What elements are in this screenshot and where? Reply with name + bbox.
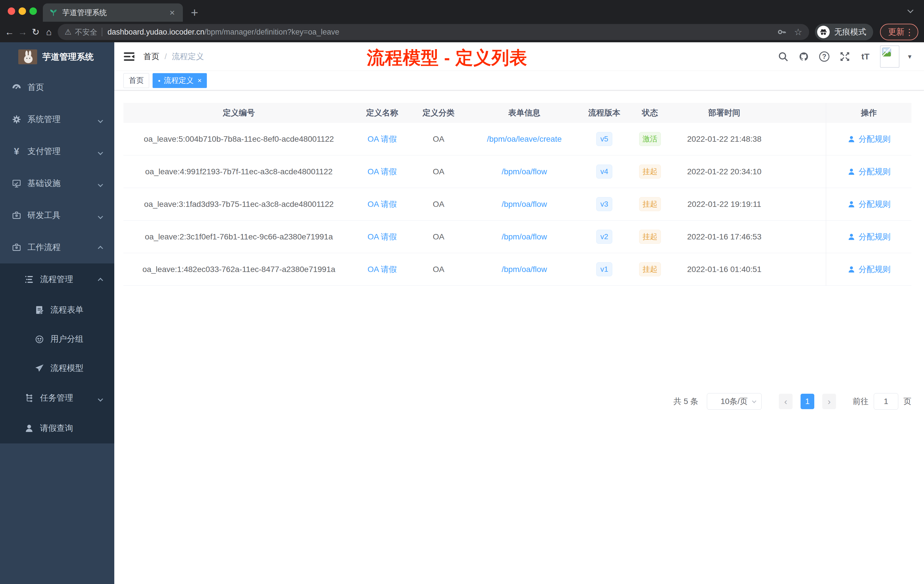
sidebar-item-infra[interactable]: 基础设施 <box>0 167 114 200</box>
cell-version: v5 <box>581 132 627 146</box>
app-frame: 芋道管理系统 首页 系统管理 ¥ 支付管理 <box>0 42 924 584</box>
tab-search-chevron-icon[interactable] <box>908 8 912 13</box>
definition-table: 定义编号 定义名称 定义分类 表单信息 流程版本 状态 部署时间 操作 oa_l… <box>124 103 911 286</box>
window-close-button[interactable] <box>8 7 15 15</box>
chevron-up-icon <box>99 275 102 284</box>
fullscreen-icon[interactable] <box>839 51 851 63</box>
tag-close-icon[interactable]: × <box>198 77 201 84</box>
sidebar-item-workflow[interactable]: 工作流程 <box>0 231 114 264</box>
password-key-icon[interactable] <box>777 27 787 37</box>
cell-form-link[interactable]: /bpm/oa/leave/create <box>467 135 581 144</box>
sidebar-item-leave-query[interactable]: 请假查询 <box>0 413 114 444</box>
sidebar-item-devtools[interactable]: 研发工具 <box>0 200 114 231</box>
prev-page-button[interactable]: ‹ <box>779 394 792 409</box>
table-header-row: 定义编号 定义名称 定义分类 表单信息 流程版本 状态 部署时间 操作 <box>124 103 911 123</box>
sidebar-item-user-group[interactable]: 用户分组 <box>0 325 114 354</box>
assign-rule-button[interactable]: 分配规则 <box>847 264 891 275</box>
assign-rule-button[interactable]: 分配规则 <box>847 134 891 145</box>
search-icon[interactable] <box>777 51 789 63</box>
tag-home[interactable]: 首页 <box>124 73 149 88</box>
url-text[interactable]: dashboard.yudao.iocoder.cn/bpm/manager/d… <box>107 28 777 36</box>
pagination-total: 共 5 条 <box>673 396 698 407</box>
sidebar-item-label: 用户分组 <box>50 333 83 345</box>
page-number-button[interactable]: 1 <box>800 394 814 409</box>
cell-deploy-time: 2022-01-22 21:48:38 <box>673 135 776 144</box>
cell-definition-name-link[interactable]: OA 请假 <box>354 199 410 210</box>
new-tab-button[interactable]: + <box>191 4 198 21</box>
sidebar-item-label: 任务管理 <box>40 392 73 404</box>
page-size-select[interactable]: 10条/页 <box>707 393 762 410</box>
sidebar: 芋道管理系统 首页 系统管理 ¥ 支付管理 <box>0 42 114 584</box>
incognito-label: 无痕模式 <box>834 26 866 38</box>
back-button[interactable]: ← <box>3 27 16 38</box>
cell-definition-name-link[interactable]: OA 请假 <box>354 134 410 145</box>
active-dot-icon: ● <box>158 79 160 82</box>
toolbox-icon <box>11 242 22 253</box>
col-header-form: 表单信息 <box>467 107 581 118</box>
sidebar-item-system[interactable]: 系统管理 <box>0 104 114 135</box>
goto-page-input[interactable] <box>874 393 898 410</box>
sidebar-item-process-mgmt[interactable]: 流程管理 <box>0 264 114 295</box>
cell-form-link[interactable]: /bpm/oa/flow <box>467 232 581 241</box>
tag-process-definition[interactable]: ● 流程定义 × <box>153 73 207 88</box>
status-badge: 挂起 <box>639 165 661 179</box>
sidebar-item-label: 支付管理 <box>27 146 61 157</box>
tab-close-icon[interactable]: × <box>168 8 177 17</box>
font-size-icon[interactable]: tT <box>860 51 871 63</box>
sidebar-item-process-model[interactable]: 流程模型 <box>0 354 114 383</box>
yen-icon: ¥ <box>11 146 22 157</box>
col-header-category: 定义分类 <box>410 107 467 118</box>
table-row: oa_leave:5:004b710b-7b8a-11ec-8ef0-acde4… <box>124 123 911 155</box>
user-avatar[interactable] <box>880 45 899 68</box>
address-bar[interactable]: ⚠ 不安全 dashboard.yudao.iocoder.cn/bpm/man… <box>58 24 809 40</box>
home-button[interactable]: ⌂ <box>42 27 55 38</box>
sidebar-item-task-mgmt[interactable]: 任务管理 <box>0 383 114 413</box>
avatar-caret-icon[interactable]: ▾ <box>908 53 911 61</box>
version-badge: v2 <box>596 230 612 244</box>
browser-tab[interactable]: 芋道管理系统 × <box>43 3 183 22</box>
cell-status: 挂起 <box>627 197 673 211</box>
cell-form-link[interactable]: /bpm/oa/flow <box>467 200 581 209</box>
bookmark-star-icon[interactable]: ☆ <box>794 26 802 38</box>
breadcrumb-home[interactable]: 首页 <box>144 51 159 62</box>
forward-button[interactable]: → <box>16 27 29 38</box>
breadcrumb-current: 流程定义 <box>172 51 204 62</box>
cell-category: OA <box>410 232 467 241</box>
app-title: 芋道管理系统 <box>42 51 94 63</box>
cell-form-link[interactable]: /bpm/oa/flow <box>467 265 581 274</box>
reload-button[interactable]: ↻ <box>29 26 42 38</box>
sidebar-item-process-form[interactable]: 流程表单 <box>0 295 114 325</box>
table-row: oa_leave:3:1fad3d93-7b75-11ec-a3c8-acde4… <box>124 188 911 221</box>
gauge-icon <box>11 82 22 93</box>
help-icon[interactable]: ? <box>818 51 830 63</box>
cell-status: 激活 <box>627 132 673 146</box>
window-minimize-button[interactable] <box>18 7 26 15</box>
tags-view-bar: 首页 ● 流程定义 × <box>114 71 924 90</box>
cell-action: 分配规则 <box>826 123 911 155</box>
window-zoom-button[interactable] <box>30 7 37 15</box>
github-icon[interactable] <box>798 51 810 63</box>
sidebar-item-label: 系统管理 <box>27 114 61 125</box>
next-page-button[interactable]: › <box>822 394 836 409</box>
assign-rule-button[interactable]: 分配规则 <box>847 166 891 177</box>
cell-form-link[interactable]: /bpm/oa/flow <box>467 167 581 176</box>
assign-rule-button[interactable]: 分配规则 <box>847 199 891 210</box>
col-header-name: 定义名称 <box>354 107 410 118</box>
cell-category: OA <box>410 200 467 209</box>
cell-deploy-time: 2022-01-22 20:34:10 <box>673 167 776 176</box>
table-row: oa_leave:2:3c1f0ef1-76b1-11ec-9c66-a2380… <box>124 221 911 253</box>
chevron-down-icon <box>99 393 102 403</box>
chrome-update-button[interactable]: 更新 ⋮ <box>880 24 918 40</box>
version-badge: v3 <box>596 197 612 211</box>
assign-rule-button[interactable]: 分配规则 <box>847 231 891 242</box>
cell-definition-name-link[interactable]: OA 请假 <box>354 264 410 275</box>
sidebar-item-payment[interactable]: ¥ 支付管理 <box>0 135 114 167</box>
sidebar-logo[interactable]: 芋道管理系统 <box>0 42 114 71</box>
cell-definition-name-link[interactable]: OA 请假 <box>354 231 410 242</box>
cell-definition-name-link[interactable]: OA 请假 <box>354 166 410 177</box>
sidebar-item-home[interactable]: 首页 <box>0 71 114 104</box>
sidebar-collapse-icon[interactable] <box>123 50 135 63</box>
table-row: oa_leave:4:991f2193-7b7f-11ec-a3c8-acde4… <box>124 155 911 188</box>
kebab-menu-icon[interactable]: ⋮ <box>904 27 914 37</box>
cell-action: 分配规则 <box>826 155 911 188</box>
